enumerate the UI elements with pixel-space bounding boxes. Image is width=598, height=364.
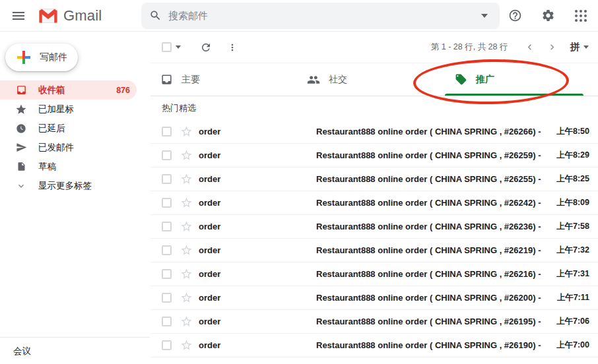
compose-button[interactable]: 写邮件 (5, 44, 78, 71)
email-row[interactable]: order Restaurant888 online order ( CHINA… (150, 215, 598, 239)
newer-page-chevron-left-icon[interactable] (519, 37, 541, 58)
sidebar-item-inbox[interactable]: 收件箱 876 (0, 80, 137, 100)
email-row[interactable]: order Restaurant888 online order ( CHINA… (150, 144, 598, 167)
star-outline-icon[interactable] (180, 149, 193, 162)
pagination-status: 第 1 - 28 行, 共 28 行 (431, 42, 508, 53)
email-checkbox[interactable] (162, 317, 172, 326)
star-icon (15, 104, 27, 115)
email-time: 上午8:09 (556, 197, 589, 208)
email-subject: Restaurant888 online order ( CHINA SPRIN… (316, 269, 550, 279)
compose-plus-icon (16, 49, 32, 65)
email-row[interactable] (150, 357, 598, 364)
sidebar-item-more-labels[interactable]: 显示更多标签 (0, 176, 137, 195)
search-options-chevron-down-icon[interactable] (481, 14, 488, 18)
help-icon[interactable] (503, 4, 527, 28)
email-checkbox[interactable] (162, 222, 172, 231)
star-outline-icon[interactable] (180, 244, 193, 257)
email-checkbox[interactable] (162, 127, 172, 136)
email-sender: order (199, 293, 316, 303)
older-page-chevron-right-icon[interactable] (541, 37, 564, 58)
search-input[interactable] (168, 10, 481, 21)
email-sender: order (199, 150, 316, 160)
email-sender: order (199, 269, 316, 279)
draft-icon (15, 161, 27, 173)
gmail-envelope-icon (38, 8, 58, 24)
input-tool-chevron-down-icon (583, 46, 589, 49)
input-tools-selector[interactable]: 拼 (570, 41, 589, 53)
sidebar-bottom: 会议 (0, 337, 150, 364)
select-all-checkbox[interactable] (162, 42, 172, 52)
gmail-logo[interactable]: Gmail (38, 7, 141, 24)
email-sender: order (199, 198, 316, 208)
select-chevron-down-icon[interactable] (176, 46, 181, 49)
email-sender: order (199, 317, 316, 326)
sidebar-item-snoozed[interactable]: 已延后 (0, 119, 137, 138)
star-outline-icon[interactable] (180, 339, 193, 351)
email-subject: Restaurant888 online order ( CHINA SPRIN… (316, 293, 550, 303)
email-checkbox[interactable] (162, 174, 172, 184)
tab-label: 社交 (329, 74, 347, 86)
email-list: order Restaurant888 online order ( CHINA… (150, 120, 598, 364)
sidebar-item-label: 收件箱 (38, 84, 65, 96)
inbox-icon (160, 73, 173, 86)
app-title: Gmail (63, 7, 102, 24)
email-row[interactable]: order Restaurant888 online order ( CHINA… (150, 262, 598, 286)
email-row[interactable]: order Restaurant888 online order ( CHINA… (150, 191, 598, 215)
star-outline-icon[interactable] (180, 125, 193, 138)
star-outline-icon[interactable] (180, 315, 193, 328)
gmail-app: Gmail (0, 0, 598, 364)
email-checkbox[interactable] (162, 340, 172, 350)
toolbar-right: 第 1 - 28 行, 共 28 行 拼 (431, 37, 589, 58)
email-subject: Restaurant888 online order ( CHINA SPRIN… (316, 340, 550, 350)
sidebar-item-drafts[interactable]: 草稿 (0, 157, 137, 176)
tab-primary[interactable]: 主要 (150, 63, 298, 96)
email-checkbox[interactable] (162, 269, 172, 279)
compose-label: 写邮件 (40, 51, 67, 63)
apps-grid-icon[interactable] (569, 4, 593, 28)
more-options-icon[interactable] (222, 37, 243, 58)
email-row[interactable]: order Restaurant888 online order ( CHINA… (150, 167, 598, 191)
email-subject: Restaurant888 online order ( CHINA SPRIN… (316, 150, 550, 160)
email-row[interactable]: order Restaurant888 online order ( CHINA… (150, 310, 598, 334)
settings-gear-icon[interactable] (536, 4, 560, 28)
email-sender: order (199, 127, 316, 136)
sidebar-item-label: 已延后 (38, 123, 65, 135)
refresh-icon[interactable] (195, 37, 216, 58)
sidebar-item-label: 已加星标 (38, 104, 74, 115)
star-outline-icon[interactable] (180, 268, 193, 280)
email-sender: order (199, 222, 316, 231)
tab-social[interactable]: 社交 (298, 63, 445, 96)
email-time: 上午7:00 (556, 340, 589, 351)
tab-promotions[interactable]: 推广 (445, 63, 592, 96)
star-outline-icon[interactable] (180, 197, 193, 209)
email-checkbox[interactable] (162, 245, 172, 255)
sidebar-item-starred[interactable]: 已加星标 (0, 100, 137, 119)
select-all-control[interactable] (162, 42, 181, 52)
email-checkbox[interactable] (162, 198, 172, 208)
email-subject: Restaurant888 online order ( CHINA SPRIN… (316, 222, 550, 231)
sidebar-item-label: 显示更多标签 (38, 180, 92, 192)
sidebar-item-sent[interactable]: 已发邮件 (0, 138, 137, 157)
email-checkbox[interactable] (162, 150, 172, 160)
star-outline-icon[interactable] (180, 173, 193, 185)
star-outline-icon[interactable] (180, 220, 193, 233)
email-time: 上午7:11 (557, 292, 589, 303)
email-time: 上午7:58 (556, 221, 589, 232)
clock-icon (15, 123, 27, 135)
star-outline-icon[interactable] (180, 291, 193, 304)
search-icon[interactable] (149, 9, 162, 22)
email-row[interactable]: order Restaurant888 online order ( CHINA… (150, 286, 598, 310)
section-title: 热门精选 (150, 96, 598, 120)
email-row[interactable]: order Restaurant888 online order ( CHINA… (150, 120, 598, 144)
inbox-icon (15, 84, 27, 96)
list-toolbar: 第 1 - 28 行, 共 28 行 拼 (150, 32, 598, 63)
sidebar-item-label: 草稿 (38, 161, 56, 173)
header-actions (503, 4, 598, 28)
email-row[interactable]: order Restaurant888 online order ( CHINA… (150, 239, 598, 262)
mail-list-pane: 第 1 - 28 行, 共 28 行 拼 (150, 32, 598, 364)
email-checkbox[interactable] (162, 293, 172, 303)
email-time: 上午8:25 (556, 173, 589, 185)
search-bar[interactable] (141, 3, 500, 29)
hamburger-menu-icon[interactable] (5, 3, 32, 29)
email-row[interactable]: order Restaurant888 online order ( CHINA… (150, 334, 598, 357)
